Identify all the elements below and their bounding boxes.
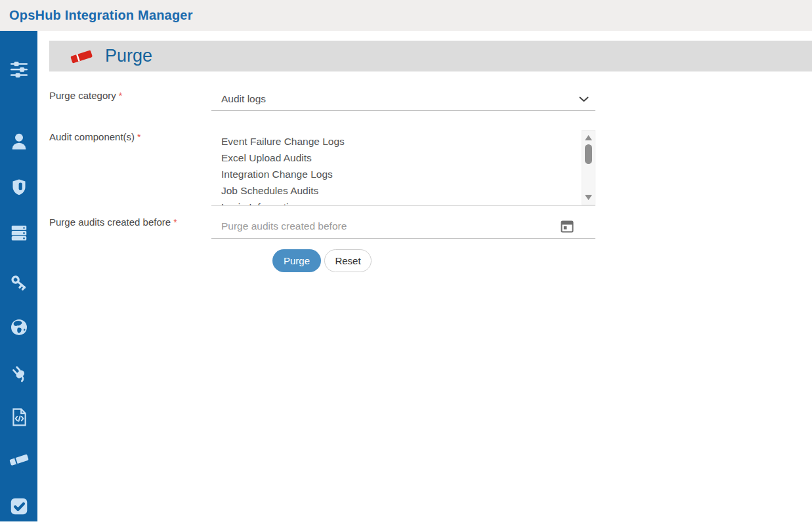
purge-category-label: Purge category* bbox=[49, 90, 122, 101]
sidebar-item-user[interactable] bbox=[0, 129, 37, 153]
scroll-up-button[interactable] bbox=[582, 133, 595, 142]
page-title-bar: Purge bbox=[49, 41, 812, 71]
server-icon bbox=[9, 223, 29, 243]
chevron-down-icon[interactable] bbox=[579, 96, 589, 102]
purge-before-label: Purge audits created before* bbox=[49, 216, 177, 228]
scroll-down-button[interactable] bbox=[582, 193, 595, 202]
audit-components-listbox[interactable]: Event Failure Change Logs Excel Upload A… bbox=[211, 130, 595, 206]
list-item[interactable]: Excel Upload Audits bbox=[221, 150, 569, 166]
scrollbar-thumb[interactable] bbox=[585, 144, 592, 164]
sidebar-item-plug[interactable] bbox=[0, 361, 37, 385]
date-picker-button[interactable] bbox=[560, 219, 574, 234]
page-title: Purge bbox=[105, 46, 152, 66]
eraser-icon bbox=[8, 451, 30, 468]
list-item[interactable]: Event Failure Change Logs bbox=[221, 133, 569, 150]
reset-button[interactable]: Reset bbox=[324, 249, 372, 272]
scroll-up-arrow-icon bbox=[585, 135, 592, 140]
form-actions: Purge Reset bbox=[272, 249, 372, 272]
audit-components-label: Audit component(s)* bbox=[49, 131, 141, 142]
plug-icon bbox=[9, 363, 29, 383]
sidebar-item-sliders[interactable] bbox=[0, 58, 37, 81]
purge-category-select[interactable]: Audit logs bbox=[211, 88, 595, 111]
purge-category-value: Audit logs bbox=[221, 93, 266, 105]
user-icon bbox=[9, 131, 29, 151]
shield-icon bbox=[10, 178, 28, 196]
code-file-icon bbox=[10, 407, 28, 427]
purge-button[interactable]: Purge bbox=[272, 249, 321, 272]
list-item[interactable]: Integration Change Logs bbox=[221, 166, 569, 182]
top-header: OpsHub Integration Manager bbox=[0, 0, 812, 31]
app-window: OpsHub Integration Manager bbox=[0, 0, 812, 528]
required-marker: * bbox=[173, 217, 177, 228]
globe-icon bbox=[9, 317, 29, 337]
app-title: OpsHub Integration Manager bbox=[9, 8, 193, 23]
scroll-down-arrow-icon bbox=[585, 195, 592, 200]
list-item[interactable]: Login Information bbox=[221, 199, 569, 206]
sidebar bbox=[0, 31, 37, 521]
calendar-icon bbox=[560, 219, 574, 234]
scrollbar[interactable] bbox=[582, 130, 595, 205]
purge-before-field bbox=[211, 214, 595, 239]
sidebar-item-eraser[interactable] bbox=[0, 448, 37, 472]
required-marker: * bbox=[119, 91, 122, 101]
required-marker: * bbox=[137, 132, 140, 142]
sidebar-item-server[interactable] bbox=[0, 221, 37, 245]
sidebar-item-code-file[interactable] bbox=[0, 405, 37, 429]
checkbox-icon bbox=[9, 496, 30, 517]
sidebar-item-shield[interactable] bbox=[0, 175, 37, 199]
sidebar-item-checkbox[interactable] bbox=[0, 495, 37, 518]
sliders-icon bbox=[9, 60, 29, 79]
list-item[interactable]: Job Schedules Audits bbox=[221, 182, 569, 199]
sidebar-item-globe[interactable] bbox=[0, 315, 37, 339]
key-icon bbox=[9, 273, 29, 293]
sidebar-item-key[interactable] bbox=[0, 271, 37, 294]
eraser-icon bbox=[68, 47, 95, 66]
purge-before-input[interactable] bbox=[211, 214, 540, 238]
